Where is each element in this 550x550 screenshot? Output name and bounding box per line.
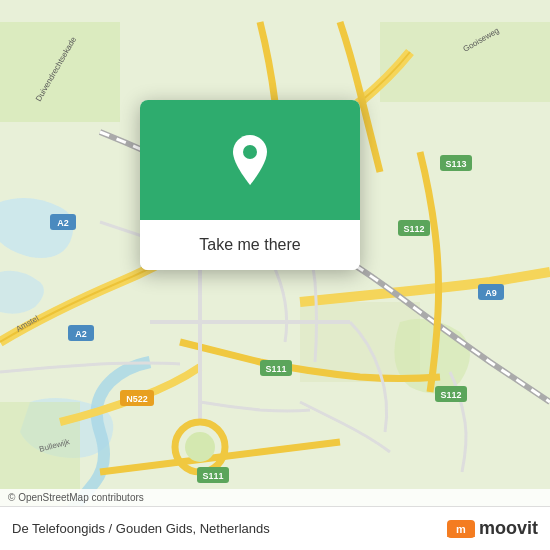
svg-text:A9: A9 [485,288,497,298]
popup-card: Take me there [140,100,360,270]
moovit-text: moovit [479,518,538,539]
svg-text:N522: N522 [126,394,148,404]
svg-point-6 [185,432,215,462]
moovit-logo: m moovit [447,515,538,543]
svg-point-31 [243,145,257,159]
footer: De Telefoongids / Gouden Gids, Netherlan… [0,506,550,550]
svg-text:S112: S112 [440,390,461,400]
popup-green-area [140,100,360,220]
location-pin-icon [228,133,272,187]
moovit-icon: m [447,515,475,543]
svg-text:S112: S112 [403,224,424,234]
attribution-text: © OpenStreetMap contributors [8,492,144,503]
svg-rect-1 [0,22,120,122]
svg-text:m: m [456,523,466,535]
take-me-there-button[interactable]: Take me there [199,232,300,258]
map-background: A2 A2 A9 S112 S112 S112 S113 S111 S111 N… [0,0,550,550]
svg-text:S111: S111 [202,471,223,481]
attribution-bar: © OpenStreetMap contributors [0,489,550,506]
map-container: A2 A2 A9 S112 S112 S112 S113 S111 S111 N… [0,0,550,550]
svg-text:S111: S111 [265,364,286,374]
popup-button-section: Take me there [140,220,360,270]
footer-title: De Telefoongids / Gouden Gids, Netherlan… [12,521,270,536]
svg-text:S113: S113 [445,159,466,169]
svg-text:A2: A2 [75,329,87,339]
svg-text:A2: A2 [57,218,69,228]
